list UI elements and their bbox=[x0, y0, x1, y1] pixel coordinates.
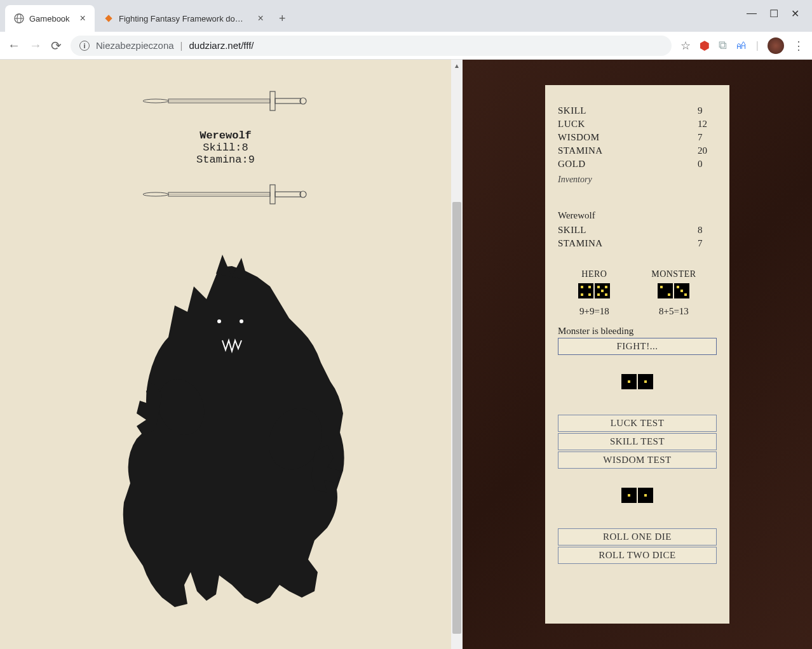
svg-rect-8 bbox=[275, 98, 301, 104]
test-dice bbox=[621, 374, 653, 389]
globe-icon bbox=[14, 13, 24, 23]
svg-point-18 bbox=[217, 319, 221, 323]
new-tab-button[interactable]: + bbox=[273, 6, 292, 32]
test-buttons: LUCK TESTSKILL TESTWISDOM TEST bbox=[558, 415, 717, 469]
stat-value: 7 bbox=[698, 238, 717, 249]
svg-rect-3 bbox=[105, 15, 112, 22]
tab-title: Gamebook bbox=[29, 14, 70, 23]
roll-dice bbox=[621, 488, 653, 503]
stat-label: SKILL bbox=[558, 225, 586, 236]
monster-name-panel: Werewolf bbox=[558, 210, 717, 221]
svg-rect-13 bbox=[270, 185, 275, 204]
inventory-label: Inventory bbox=[558, 175, 717, 185]
skill-test-button[interactable]: SKILL TEST bbox=[558, 433, 717, 450]
side-panel-area: SKILL9LUCK12WISDOM7STAMINA20GOLD0 Invent… bbox=[463, 60, 812, 649]
close-icon[interactable]: ✕ bbox=[791, 8, 799, 20]
roll-one-die-button[interactable]: ROLL ONE DIE bbox=[558, 528, 717, 545]
stat-label: GOLD bbox=[558, 159, 586, 170]
svg-rect-7 bbox=[270, 91, 275, 110]
url-text: dudziarz.net/fff/ bbox=[189, 40, 254, 51]
stat-value: 7 bbox=[698, 132, 717, 143]
wisdom-test-button[interactable]: WISDOM TEST bbox=[558, 452, 717, 469]
info-icon[interactable]: i bbox=[79, 41, 90, 51]
scrollbar-thumb[interactable] bbox=[452, 202, 461, 634]
toolbar-right: ☆ ⬢ ⧉ 🗚 | ⋮ bbox=[680, 37, 804, 54]
die-icon bbox=[595, 283, 610, 298]
tab-fff[interactable]: Fighting Fantasy Framework dow… × bbox=[95, 5, 273, 32]
url-bar[interactable]: i Niezabezpieczona | dudziarz.net/fff/ bbox=[71, 36, 672, 56]
stat-label: WISDOM bbox=[558, 132, 600, 143]
monster-stats: Werewolf SKILL8STAMINA7 bbox=[558, 210, 717, 250]
menu-icon[interactable]: ⋮ bbox=[793, 39, 804, 53]
luck-test-button[interactable]: LUCK TEST bbox=[558, 415, 717, 432]
roll-two-dice-button[interactable]: ROLL TWO DICE bbox=[558, 547, 717, 564]
avatar[interactable] bbox=[768, 37, 784, 54]
stat-row: SKILL8 bbox=[558, 224, 717, 237]
tab-close-icon[interactable]: × bbox=[80, 13, 86, 24]
stat-row: GOLD0 bbox=[558, 157, 717, 171]
character-sheet: SKILL9LUCK12WISDOM7STAMINA20GOLD0 Invent… bbox=[545, 85, 729, 624]
stat-value: 8 bbox=[698, 225, 717, 236]
svg-rect-14 bbox=[275, 192, 301, 197]
hero-dice bbox=[578, 283, 610, 298]
stat-label: STAMINA bbox=[558, 145, 603, 156]
forward-button[interactable]: → bbox=[29, 38, 42, 53]
sword-divider-icon bbox=[137, 85, 315, 117]
star-icon[interactable]: ☆ bbox=[680, 39, 691, 53]
stat-value: 20 bbox=[698, 145, 717, 156]
tab-close-icon[interactable]: × bbox=[258, 13, 264, 24]
svg-point-4 bbox=[143, 99, 168, 103]
svg-point-10 bbox=[143, 192, 168, 196]
roll-buttons: ROLL ONE DIEROLL TWO DICE bbox=[558, 528, 717, 564]
minimize-icon[interactable]: — bbox=[747, 8, 757, 20]
die-icon bbox=[658, 283, 673, 298]
fight-button[interactable]: FIGHT!... bbox=[558, 338, 717, 355]
monster-dice bbox=[658, 283, 689, 298]
parchment-page: Werewolf Skill:8 Stamina:9 bbox=[0, 60, 451, 649]
back-button[interactable]: ← bbox=[8, 38, 20, 53]
dropbox-icon[interactable]: ⧉ bbox=[719, 39, 727, 52]
monster-name: Werewolf bbox=[25, 130, 426, 142]
tab-title: Fighting Fantasy Framework dow… bbox=[119, 14, 248, 23]
die-icon bbox=[638, 374, 653, 389]
monster-combat-col: MONSTER 8+5=13 bbox=[651, 269, 696, 317]
die-icon bbox=[674, 283, 689, 298]
hero-label: HERO bbox=[581, 269, 607, 279]
content-area: Werewolf Skill:8 Stamina:9 bbox=[0, 60, 812, 649]
stat-label: SKILL bbox=[558, 105, 586, 116]
scroll-up-icon[interactable]: ▲ bbox=[451, 60, 463, 71]
stat-value: 12 bbox=[698, 119, 717, 130]
translate-icon[interactable]: 🗚 bbox=[736, 39, 747, 52]
hero-math: 9+9=18 bbox=[579, 306, 609, 317]
stat-value: 9 bbox=[698, 105, 717, 116]
toolbar: ← → ⟳ i Niezabezpieczona | dudziarz.net/… bbox=[0, 32, 812, 60]
combat-section: HERO 9+9=18 MONSTER 8+5=13 Monster is bl… bbox=[558, 269, 717, 355]
svg-point-19 bbox=[240, 319, 243, 323]
window-controls: — ☐ ✕ bbox=[734, 0, 812, 27]
tab-bar: Gamebook × Fighting Fantasy Framework do… bbox=[0, 0, 812, 32]
die-icon bbox=[578, 283, 593, 298]
die-icon bbox=[621, 374, 637, 389]
combat-status: Monster is bleeding bbox=[558, 326, 717, 337]
diamond-icon bbox=[104, 13, 114, 23]
sword-divider-icon bbox=[137, 178, 315, 210]
url-security-label: Niezabezpieczona bbox=[96, 40, 174, 51]
stat-label: LUCK bbox=[558, 119, 585, 130]
hero-combat-col: HERO 9+9=18 bbox=[578, 269, 610, 317]
monster-stat-block: Werewolf Skill:8 Stamina:9 bbox=[25, 130, 426, 166]
scrollbar[interactable]: ▲ bbox=[451, 60, 463, 649]
maximize-icon[interactable]: ☐ bbox=[769, 8, 778, 20]
reload-button[interactable]: ⟳ bbox=[51, 38, 62, 53]
werewolf-illustration bbox=[92, 248, 359, 617]
test-dice-section bbox=[558, 374, 717, 389]
hero-stats: SKILL9LUCK12WISDOM7STAMINA20GOLD0 bbox=[558, 104, 717, 171]
stat-row: STAMINA7 bbox=[558, 237, 717, 250]
stat-label: STAMINA bbox=[558, 238, 603, 249]
die-icon bbox=[621, 488, 637, 503]
roll-dice-section bbox=[558, 488, 717, 503]
page-content: Werewolf Skill:8 Stamina:9 bbox=[0, 60, 451, 649]
stat-row: STAMINA20 bbox=[558, 144, 717, 157]
tab-gamebook[interactable]: Gamebook × bbox=[5, 5, 95, 32]
stat-row: LUCK12 bbox=[558, 117, 717, 131]
adblock-icon[interactable]: ⬢ bbox=[700, 39, 710, 53]
